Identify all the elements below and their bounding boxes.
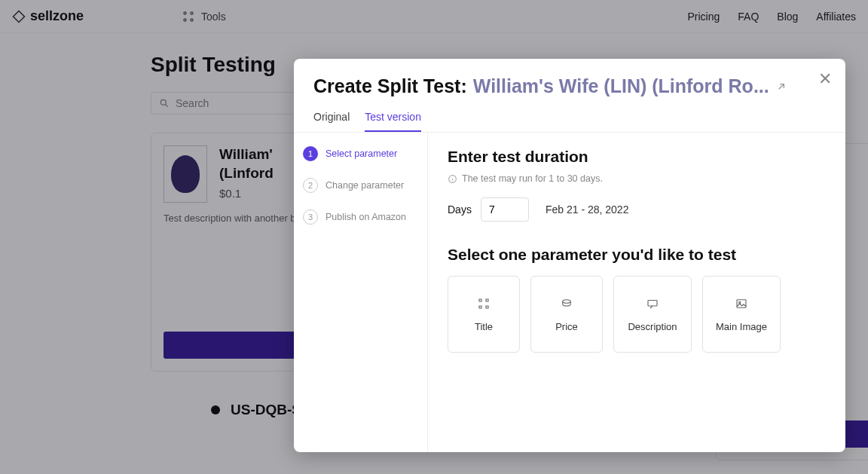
create-split-test-modal: ✕ Create Split Test: William's Wife (LIN… [294,59,845,452]
modal-content: Enter test duration The test may run for… [428,133,845,452]
svg-point-9 [563,299,571,303]
step-label: Change parameter [326,180,404,191]
date-range: Feb 21 - 28, 2022 [546,203,629,216]
step-number: 3 [303,209,318,225]
param-label: Price [555,321,578,332]
modal-title-prefix: Create Split Test: [313,75,467,97]
step-number: 1 [303,146,318,161]
title-icon [477,297,491,310]
svg-rect-10 [648,300,657,306]
step-select-parameter[interactable]: 1 Select parameter [303,146,418,161]
tab-original[interactable]: Original [313,111,350,132]
modal-title: Create Split Test: William's Wife (LIN) … [313,75,826,97]
param-label: Description [628,321,677,332]
parameter-grid: Title Price Description Main Image [448,276,826,353]
duration-row: Days Feb 21 - 28, 2022 [448,197,826,222]
param-description[interactable]: Description [613,276,692,353]
step-number: 2 [303,178,318,193]
modal-tabs: Original Test version [313,111,826,132]
tab-test-version[interactable]: Test version [365,111,421,132]
modal-header: Create Split Test: William's Wife (LIN) … [294,59,845,132]
description-icon [646,297,659,310]
section-parameter-title: Select one parameter you'd like to test [448,246,826,264]
image-icon [735,297,748,310]
modal-title-product: William's Wife (LIN) (Linford Ro... [473,75,769,97]
steps-sidebar: 1 Select parameter 2 Change parameter 3 … [294,133,428,452]
duration-hint: The test may run for 1 to 30 days. [448,173,826,184]
external-link-icon[interactable] [775,81,787,93]
svg-rect-11 [737,299,746,307]
days-label: Days [448,203,472,216]
modal-body: 1 Select parameter 2 Change parameter 3 … [294,132,845,452]
param-title[interactable]: Title [448,276,520,353]
step-label: Publish on Amazon [326,212,406,222]
hint-text: The test may run for 1 to 30 days. [462,173,603,184]
price-icon [560,297,573,310]
step-publish-on-amazon[interactable]: 3 Publish on Amazon [303,209,418,225]
param-label: Title [475,321,493,332]
param-price[interactable]: Price [530,276,603,353]
section-duration-title: Enter test duration [448,148,826,166]
close-icon[interactable]: ✕ [818,69,832,89]
info-icon [448,174,457,184]
step-change-parameter[interactable]: 2 Change parameter [303,178,418,193]
days-input[interactable] [481,197,529,222]
param-main-image[interactable]: Main Image [702,276,781,353]
param-label: Main Image [716,321,767,332]
step-label: Select parameter [326,148,397,159]
